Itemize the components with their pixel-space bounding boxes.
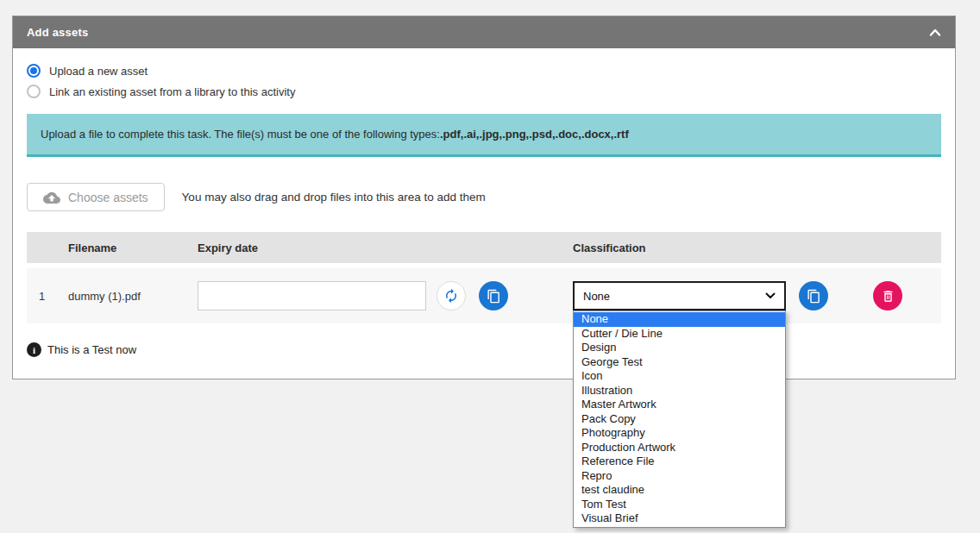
radio-upload-new-asset[interactable]: Upload a new asset [27, 60, 941, 81]
panel-header[interactable]: Add assets [13, 16, 955, 48]
panel-title: Add assets [27, 26, 88, 39]
dropdown-option[interactable]: Tom Test [574, 498, 785, 512]
radio-selected-icon [27, 64, 41, 78]
copy-expiry-to-all-button[interactable] [479, 281, 508, 310]
radio-upload-label: Upload a new asset [49, 65, 148, 78]
dropdown-option[interactable]: Design [574, 341, 785, 355]
radio-link-label: Link an existing asset from a library to… [49, 85, 295, 98]
refresh-icon [443, 288, 459, 304]
dropdown-option[interactable]: Visual Brief [574, 511, 785, 526]
table-header-row: Filename Expiry date Classification [27, 232, 941, 263]
drag-drop-hint: You may also drag and drop files into th… [182, 191, 486, 204]
dropdown-option[interactable]: Icon [574, 369, 785, 384]
dropdown-option[interactable]: Repro [574, 469, 785, 484]
copy-icon [807, 289, 821, 304]
dropdown-option[interactable]: Cutter / Die Line [574, 327, 785, 342]
dropdown-option[interactable]: Illustration [574, 384, 785, 398]
dropdown-option[interactable]: Reference File [574, 455, 785, 469]
upload-row: Choose assets You may also drag and drop… [27, 183, 941, 211]
chevron-down-icon [765, 292, 776, 299]
cloud-upload-icon [43, 191, 60, 204]
choose-assets-label: Choose assets [68, 191, 148, 204]
add-assets-panel: Add assets Upload a new asset Link an ex… [12, 16, 956, 379]
radio-link-existing-asset[interactable]: Link an existing asset from a library to… [27, 81, 941, 102]
banner-file-types: .pdf,.ai,.jpg,.png,.psd,.doc,.docx,.rtf [440, 128, 629, 141]
row-filename: dummy (1).pdf [68, 290, 198, 303]
classification-cell: None NoneCutter / Die LineDesignGeorge T… [573, 281, 941, 310]
classification-dropdown-list: NoneCutter / Die LineDesignGeorge TestIc… [573, 310, 786, 528]
assets-table: Filename Expiry date Classification 1 du… [27, 232, 941, 323]
delete-asset-button[interactable] [873, 281, 902, 310]
table-row: 1 dummy (1).pdf [27, 268, 941, 323]
expiry-cell [198, 281, 573, 310]
header-filename: Filename [68, 241, 198, 254]
classification-selected-value: None [583, 290, 610, 303]
copy-classification-to-all-button[interactable] [799, 281, 828, 310]
dropdown-option[interactable]: Master Artwork [574, 398, 785, 412]
radio-unselected-icon [27, 85, 41, 98]
choose-assets-button[interactable]: Choose assets [27, 183, 165, 211]
header-classification: Classification [573, 241, 941, 254]
dropdown-option[interactable]: Production Artwork [574, 441, 785, 455]
refresh-expiry-button[interactable] [437, 281, 466, 310]
trash-icon [881, 289, 895, 304]
dropdown-option[interactable]: test claudine [574, 483, 785, 498]
collapse-chevron-up-icon[interactable] [929, 28, 941, 36]
info-icon: i [27, 342, 41, 357]
row-index: 1 [27, 290, 68, 303]
file-types-banner: Upload a file to complete this task. The… [27, 114, 941, 157]
panel-body: Upload a new asset Link an existing asse… [13, 48, 955, 357]
classification-select-wrap: None NoneCutter / Die LineDesignGeorge T… [573, 281, 786, 310]
classification-select[interactable]: None [573, 281, 786, 310]
banner-text: Upload a file to complete this task. The… [41, 128, 440, 141]
header-expiry-date: Expiry date [198, 241, 573, 254]
note-text: This is a Test now [47, 343, 136, 356]
expiry-date-input[interactable] [198, 281, 426, 310]
copy-icon [487, 289, 501, 304]
dropdown-option[interactable]: Pack Copy [574, 412, 785, 427]
note-row: i This is a Test now [27, 342, 941, 357]
dropdown-option[interactable]: Photography [574, 426, 785, 441]
dropdown-option[interactable]: None [574, 312, 785, 327]
asset-source-radio-group: Upload a new asset Link an existing asse… [27, 60, 941, 102]
dropdown-option[interactable]: George Test [574, 355, 785, 370]
